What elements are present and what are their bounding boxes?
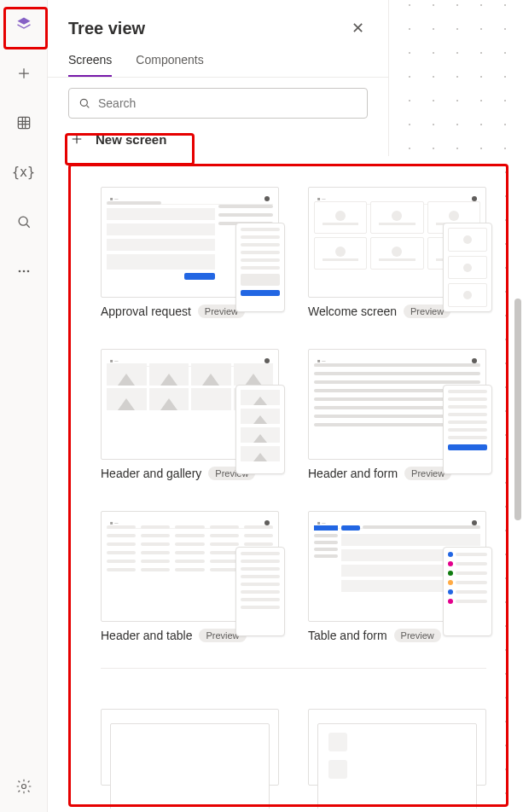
new-screen-label: New screen — [96, 132, 166, 147]
template-label: Approval request — [101, 304, 191, 318]
template-label: Header and gallery — [101, 467, 201, 480]
template-label: Welcome screen — [308, 304, 397, 318]
svg-point-4 — [26, 270, 29, 273]
template-label: Header and table — [101, 629, 192, 642]
close-icon[interactable]: ✕ — [348, 15, 368, 41]
grid-icon[interactable] — [10, 109, 38, 136]
template-thumb: ■ ─ — [308, 187, 486, 298]
svg-point-3 — [22, 270, 25, 273]
plus-icon — [68, 130, 85, 148]
template-approval-request[interactable]: ■ ─ — [101, 187, 279, 318]
vertical-scrollbar[interactable] — [514, 299, 521, 520]
new-screen-flyout: ■ ─ — [70, 166, 505, 809]
search-icon — [78, 96, 91, 110]
tree-view-panel: Tree view ✕ Screens Components New scree… — [48, 0, 389, 156]
preview-badge: Preview — [394, 629, 441, 642]
plus-icon[interactable] — [10, 60, 38, 87]
template-thumb: ■ ─ — [101, 349, 279, 460]
template-label: Header and form — [308, 467, 398, 480]
settings-icon[interactable] — [10, 773, 38, 800]
template-header-and-table[interactable]: ■ ─ Header and tab — [101, 511, 279, 642]
template-thumb — [308, 709, 486, 786]
svg-point-6 — [80, 99, 87, 106]
search-input-container[interactable] — [68, 88, 368, 119]
template-thumb: ■ ─ — [101, 511, 279, 622]
variable-icon[interactable]: {x} — [10, 159, 38, 186]
template-partial-1[interactable] — [101, 704, 279, 786]
template-thumb: ■ ─ — [308, 349, 486, 460]
search-icon[interactable] — [10, 208, 38, 235]
template-thumb: ■ ─ — [101, 187, 279, 298]
left-nav-rail: {x} — [0, 0, 48, 812]
template-partial-2[interactable] — [308, 704, 486, 786]
template-header-and-gallery[interactable]: ■ ─ — [101, 349, 279, 480]
more-icon[interactable] — [10, 258, 38, 285]
template-thumb — [101, 709, 279, 786]
layers-icon[interactable] — [10, 10, 38, 38]
template-thumb: ■ ─ — [308, 511, 486, 622]
tab-components[interactable]: Components — [136, 53, 203, 77]
template-label: Table and form — [308, 629, 387, 642]
panel-tabs: Screens Components — [48, 53, 388, 78]
tab-screens[interactable]: Screens — [68, 53, 112, 77]
template-table-and-form[interactable]: ■ ─ — [308, 511, 486, 642]
template-header-and-form[interactable]: ■ ─ Header and form Preview — [308, 349, 486, 480]
svg-point-2 — [18, 270, 20, 273]
new-screen-button[interactable]: New screen — [48, 125, 388, 156]
svg-rect-0 — [18, 117, 29, 128]
svg-point-5 — [21, 785, 26, 789]
svg-point-1 — [19, 217, 27, 225]
search-input[interactable] — [98, 96, 358, 110]
template-welcome-screen[interactable]: ■ ─ — [308, 187, 486, 318]
panel-title: Tree view — [68, 19, 145, 38]
divider — [101, 668, 486, 669]
